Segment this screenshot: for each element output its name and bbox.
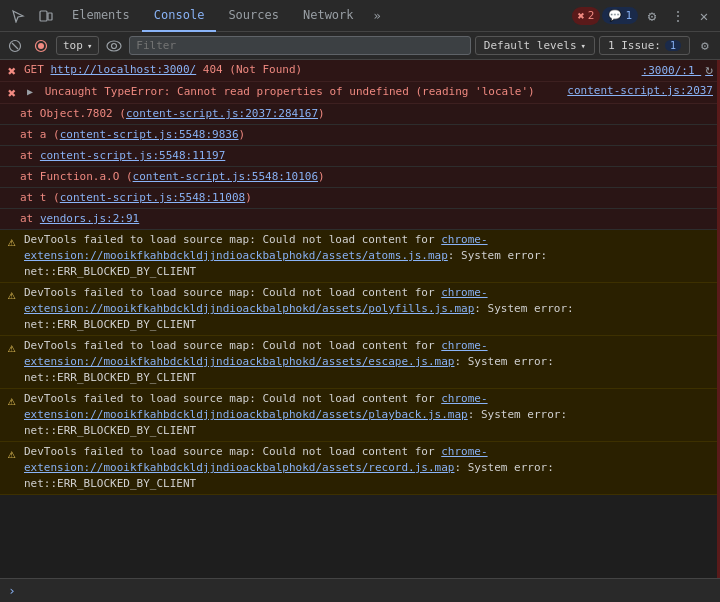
stack-link-5[interactable]: content-script.js:5548:11008 xyxy=(60,191,245,204)
context-arrow-icon: ▾ xyxy=(87,41,92,51)
console-output: ✖ GET http://localhost:3000/ 404 (Not Fo… xyxy=(0,60,720,578)
settings-gear-icon[interactable]: ⚙ xyxy=(640,4,664,28)
console-toolbar: top ▾ Default levels ▾ 1 Issue: 1 ⚙ xyxy=(0,32,720,60)
device-icon[interactable] xyxy=(32,2,60,30)
log-level-selector[interactable]: Default levels ▾ xyxy=(475,36,595,55)
toolbar-right: ✖ 2 💬 1 ⚙ ⋮ ✕ xyxy=(572,4,716,28)
live-expression-button[interactable] xyxy=(103,35,125,57)
get-url-link[interactable]: http://localhost:3000/ xyxy=(51,63,197,76)
stack-trace-line-1: at Object.7802 (content-script.js:2037:2… xyxy=(0,104,717,125)
svg-point-6 xyxy=(107,41,121,51)
error-badge-count: 2 xyxy=(588,9,595,22)
prompt-arrow-icon[interactable]: › xyxy=(8,583,16,598)
tab-console[interactable]: Console xyxy=(142,0,217,32)
cursor-icon[interactable] xyxy=(4,2,32,30)
clear-console-button[interactable] xyxy=(4,35,26,57)
svg-rect-1 xyxy=(48,13,52,20)
close-devtools-icon[interactable]: ✕ xyxy=(692,4,716,28)
tab-elements[interactable]: Elements xyxy=(60,0,142,32)
issue-text: 1 Issue: xyxy=(608,39,661,52)
warning-icon-atoms: ⚠ xyxy=(4,233,20,249)
message-badge-count: 1 xyxy=(625,9,632,22)
error-badge[interactable]: ✖ 2 xyxy=(572,7,601,25)
get-error-location[interactable]: :3000/:1 ↻ xyxy=(634,62,713,77)
get-error-content: GET http://localhost:3000/ 404 (Not Foun… xyxy=(24,62,634,78)
tab-bar: Elements Console Sources Network » xyxy=(60,0,572,32)
issue-counter[interactable]: 1 Issue: 1 xyxy=(599,36,690,55)
warning-polyfills: ⚠ DevTools failed to load source map: Co… xyxy=(0,283,717,336)
context-selector[interactable]: top ▾ xyxy=(56,36,99,55)
stop-recording-button[interactable] xyxy=(30,35,52,57)
tab-overflow[interactable]: » xyxy=(366,0,389,32)
stack-link-2[interactable]: content-script.js:5548:9836 xyxy=(60,128,239,141)
filter-input[interactable] xyxy=(129,36,471,55)
console-prompt-bar[interactable]: › xyxy=(0,578,720,602)
stack-trace-line-5: at t (content-script.js:5548:11008) xyxy=(0,188,717,209)
reload-icon[interactable]: ↻ xyxy=(705,62,713,77)
issue-count-badge: 1 xyxy=(665,40,681,51)
message-badge[interactable]: 💬 1 xyxy=(602,7,638,24)
warning-icon-playback: ⚠ xyxy=(4,392,20,408)
message-badge-icon: 💬 xyxy=(608,9,622,22)
svg-point-7 xyxy=(112,43,117,48)
warning-atoms-content: DevTools failed to load source map: Coul… xyxy=(24,232,713,280)
stack-link-3[interactable]: content-script.js:5548:11197 xyxy=(40,149,225,162)
error-icon-typeerror: ✖ xyxy=(4,85,20,101)
warning-icon-polyfills: ⚠ xyxy=(4,286,20,302)
context-value: top xyxy=(63,39,83,52)
warning-escape-content: DevTools failed to load source map: Coul… xyxy=(24,338,713,386)
warning-atoms: ⚠ DevTools failed to load source map: Co… xyxy=(0,230,717,283)
devtools-toolbar: Elements Console Sources Network » ✖ 2 💬… xyxy=(0,0,720,32)
more-options-icon[interactable]: ⋮ xyxy=(666,4,690,28)
svg-rect-0 xyxy=(40,11,47,21)
warning-escape: ⚠ DevTools failed to load source map: Co… xyxy=(0,336,717,389)
level-arrow-icon: ▾ xyxy=(581,41,586,51)
typeerror-content: ▶ Uncaught TypeError: Cannot read proper… xyxy=(24,84,559,100)
error-icon-get: ✖ xyxy=(4,63,20,79)
svg-line-3 xyxy=(12,43,18,49)
warning-icon-escape: ⚠ xyxy=(4,339,20,355)
expand-arrow-icon[interactable]: ▶ xyxy=(24,86,36,98)
error-badge-icon: ✖ xyxy=(578,9,585,23)
warning-playback: ⚠ DevTools failed to load source map: Co… xyxy=(0,389,717,442)
warning-icon-record: ⚠ xyxy=(4,445,20,461)
tab-network[interactable]: Network xyxy=(291,0,366,32)
stack-trace-line-3: at content-script.js:5548:11197 xyxy=(0,146,717,167)
stack-link-6[interactable]: vendors.js:2:91 xyxy=(40,212,139,225)
warning-record-content: DevTools failed to load source map: Coul… xyxy=(24,444,713,492)
stack-trace-line-4: at Function.a.O (content-script.js:5548:… xyxy=(0,167,717,188)
warning-playback-content: DevTools failed to load source map: Coul… xyxy=(24,391,713,439)
log-entry-get-404: ✖ GET http://localhost:3000/ 404 (Not Fo… xyxy=(0,60,717,82)
typeerror-location[interactable]: content-script.js:2037 xyxy=(559,84,713,97)
level-label: Default levels xyxy=(484,39,577,52)
log-entry-uncaught-typeerror: ✖ ▶ Uncaught TypeError: Cannot read prop… xyxy=(0,82,717,104)
stack-trace-line-6: at vendors.js:2:91 xyxy=(0,209,717,230)
stack-link-4[interactable]: content-script.js:5548:10106 xyxy=(133,170,318,183)
stack-trace-line-2: at a (content-script.js:5548:9836) xyxy=(0,125,717,146)
warning-record: ⚠ DevTools failed to load source map: Co… xyxy=(0,442,717,495)
svg-point-5 xyxy=(38,43,44,49)
stack-link-1[interactable]: content-script.js:2037:284167 xyxy=(126,107,318,120)
console-settings-icon[interactable]: ⚙ xyxy=(694,35,716,57)
warning-polyfills-content: DevTools failed to load source map: Coul… xyxy=(24,285,713,333)
tab-sources[interactable]: Sources xyxy=(216,0,291,32)
